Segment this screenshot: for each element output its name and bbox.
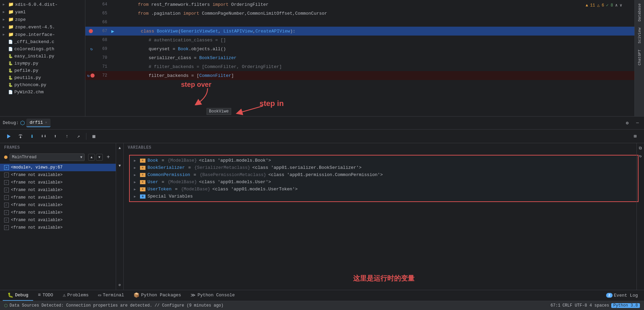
frame-label: <module>, views.py:67 bbox=[11, 165, 62, 170]
frame-unavail-icon: F bbox=[4, 210, 9, 215]
tree-item-label: zope bbox=[15, 17, 26, 22]
var-equals: = bbox=[175, 187, 178, 192]
table-view-button[interactable]: ▦ bbox=[89, 132, 99, 141]
warning-triangle-icon: ▲ bbox=[586, 3, 588, 8]
run-to-cursor-button[interactable]: ↑ bbox=[62, 132, 72, 141]
warning-count2: 6 bbox=[602, 3, 604, 8]
frame-item-5[interactable]: F <frame not available> bbox=[0, 201, 116, 209]
warning-triangle2-icon: △ bbox=[597, 3, 600, 8]
code-text: filter_backends = [ bbox=[138, 73, 199, 78]
tree-item-yaml[interactable]: ▶ 📁 yaml bbox=[0, 8, 85, 16]
var-item-book[interactable]: ▶ ≡ Book = {ModelBase} <class 'app01.mod… bbox=[130, 157, 638, 164]
scroll-down-button[interactable]: ▼ bbox=[118, 164, 121, 168]
scroll-up-button[interactable]: ▲ bbox=[118, 146, 121, 150]
step-over-button[interactable] bbox=[16, 132, 25, 141]
tree-item-pywin32[interactable]: ▶ 📄 PyWin32.chm bbox=[0, 89, 85, 96]
tree-item-zope-interface[interactable]: ▶ 📁 zope.interface- bbox=[0, 31, 85, 38]
debug-tab-drf11[interactable]: drf11 × bbox=[26, 119, 51, 127]
right-sidebar: Database SciView ChatGPT bbox=[634, 0, 644, 116]
var-item-bookserializer[interactable]: ▶ ≡ BookSerializer = {SerializerMetaclas… bbox=[130, 164, 638, 171]
tree-item-label: pythoncom.py bbox=[14, 82, 46, 87]
var-equals: = bbox=[188, 165, 191, 170]
tree-item-label: yaml bbox=[15, 10, 26, 15]
tree-item-cffi[interactable]: ▶ 📄 _cffi_backend.c bbox=[0, 38, 85, 45]
todo-tab-icon: ≡ bbox=[38, 292, 41, 298]
resume-button[interactable] bbox=[4, 132, 14, 141]
step-out-button[interactable]: ⬆ bbox=[51, 132, 60, 141]
editor-section: ▶ 📁 xdis-6.0.4.dist- ▶ 📁 yaml ▶ 📁 zope ▶… bbox=[0, 0, 644, 116]
step-over-arrow bbox=[194, 88, 221, 105]
copy-icon[interactable]: ⧉ bbox=[639, 146, 642, 151]
frame-item-2[interactable]: F <frame not available> bbox=[0, 179, 116, 186]
evaluate-button[interactable]: ↗ bbox=[74, 132, 83, 141]
frame-item-3[interactable]: F <frame not available> bbox=[0, 186, 116, 194]
tree-item-coloredlogs[interactable]: ▶ 📄 coloredlogs.pth bbox=[0, 45, 85, 53]
debug-toolbar: ⬇ ⬇⬇ ⬆ ↑ ↗ ▦ ⊞ bbox=[0, 130, 644, 143]
scroll-down2-button[interactable]: ⊘ bbox=[118, 283, 121, 287]
py-icon: 🐍 bbox=[8, 76, 13, 80]
tab-terminal[interactable]: ▭ Terminal bbox=[94, 290, 129, 301]
debug-tab-close[interactable]: × bbox=[45, 121, 47, 125]
database-icon[interactable]: Database bbox=[636, 1, 643, 24]
frame-unavail-icon: F bbox=[4, 173, 9, 177]
bp-area-67 bbox=[88, 29, 95, 33]
event-badge: 2 bbox=[606, 293, 613, 298]
thread-down-button[interactable]: ▼ bbox=[96, 154, 103, 161]
debug-label: Debug: ⬡ drf11 × bbox=[3, 119, 51, 127]
status-detect-icon: ⬡ bbox=[4, 303, 8, 308]
var-value: <class 'app01.permission.CommonPermissio… bbox=[268, 172, 383, 177]
settings-icon[interactable]: ⚙ bbox=[624, 119, 631, 127]
step-over-icon bbox=[18, 134, 23, 139]
tree-item-pefile[interactable]: ▶ 🐍 pefile.py bbox=[0, 67, 85, 74]
tree-item-label: PyWin32.chm bbox=[14, 90, 44, 95]
tree-item-isympy[interactable]: ▶ 🐍 isympy.py bbox=[0, 60, 85, 67]
frame-label: <frame not available> bbox=[11, 188, 62, 192]
var-item-special[interactable]: ▶ ⊞ Special Variables bbox=[130, 193, 638, 200]
tree-arrow: ▶ bbox=[3, 17, 7, 22]
frame-item-8[interactable]: F <frame not available> bbox=[0, 224, 116, 231]
var-item-user[interactable]: ▶ ≡ User = {ModelBase} <class 'app01.mod… bbox=[130, 178, 638, 186]
tree-item-zope-event[interactable]: ▶ 📁 zope.event-4.5. bbox=[0, 23, 85, 31]
folder-icon: 📁 bbox=[8, 24, 14, 30]
thread-up-button[interactable]: ▲ bbox=[88, 154, 95, 161]
refresh-icon[interactable]: ↻ bbox=[639, 153, 642, 159]
frame-item-4[interactable]: F <frame not available> bbox=[0, 194, 116, 201]
var-expand-arrow: ▶ bbox=[134, 166, 138, 170]
frame-item-6[interactable]: F <frame not available> bbox=[0, 209, 116, 216]
frame-unavail-icon: F bbox=[4, 203, 9, 207]
tree-item-peutils[interactable]: ▶ 🐍 peutils.py bbox=[0, 74, 85, 81]
add-thread-button[interactable]: + bbox=[105, 154, 112, 161]
sciview-icon[interactable]: SciView bbox=[636, 26, 643, 45]
tree-item-zope[interactable]: ▶ 📁 zope bbox=[0, 16, 85, 23]
var-type: {ModelBase} bbox=[168, 179, 197, 185]
chatgpt-icon[interactable]: ChatGPT bbox=[636, 48, 643, 67]
tab-debug[interactable]: 🐛 Debug bbox=[3, 290, 33, 301]
tab-todo[interactable]: ≡ TODO bbox=[33, 290, 58, 301]
frame-item-1[interactable]: F <frame not available> bbox=[0, 171, 116, 179]
code-editor[interactable]: 64 from rest_framework.filters import Or… bbox=[85, 0, 634, 116]
restore-layout-button[interactable]: ⊞ bbox=[630, 132, 640, 141]
frames-panel: Frames MainThread ▼ ▲ ▼ + M bbox=[0, 143, 116, 290]
frame-label: <frame not available> bbox=[11, 225, 62, 230]
tree-item-pythoncom[interactable]: ▶ 🐍 pythoncom.py bbox=[0, 81, 85, 89]
var-item-usertoken[interactable]: ▶ ≡ UserToken = {ModelBase} <class 'app0… bbox=[130, 186, 638, 193]
frame-unavail-icon: F bbox=[4, 218, 9, 223]
tab-problems[interactable]: ⚠ Problems bbox=[58, 290, 94, 301]
svg-marker-0 bbox=[7, 134, 11, 138]
force-step-into-button[interactable]: ⬇⬇ bbox=[39, 132, 48, 141]
tab-python-console[interactable]: ≫ Python Console bbox=[186, 290, 239, 301]
minimize-icon[interactable]: — bbox=[634, 119, 641, 127]
tab-python-packages[interactable]: 📦 Python Packages bbox=[129, 290, 186, 301]
line-number-64: 64 bbox=[95, 2, 107, 7]
event-log-button[interactable]: 2 Event Log bbox=[603, 290, 641, 301]
tree-item-easy-install[interactable]: ▶ 🐍 easy_install.py bbox=[0, 53, 85, 60]
variables-content: ▶ ≡ Book = {ModelBase} <class 'app01.mod… bbox=[124, 152, 644, 290]
tree-item-label: peutils.py bbox=[14, 75, 41, 80]
thread-dropdown[interactable]: MainThread ▼ bbox=[10, 153, 85, 161]
frame-item-7[interactable]: F <frame not available> bbox=[0, 216, 116, 224]
frame-item-module[interactable]: M <module>, views.py:67 bbox=[0, 164, 116, 171]
var-item-commonpermission[interactable]: ▶ ≡ CommonPermission = {BasePermissionMe… bbox=[130, 171, 638, 178]
tree-item-xdis[interactable]: ▶ 📁 xdis-6.0.4.dist- bbox=[0, 1, 85, 8]
step-into-button[interactable]: ⬇ bbox=[27, 132, 37, 141]
var-type: {BasePermissionMetaclass} bbox=[200, 172, 266, 177]
